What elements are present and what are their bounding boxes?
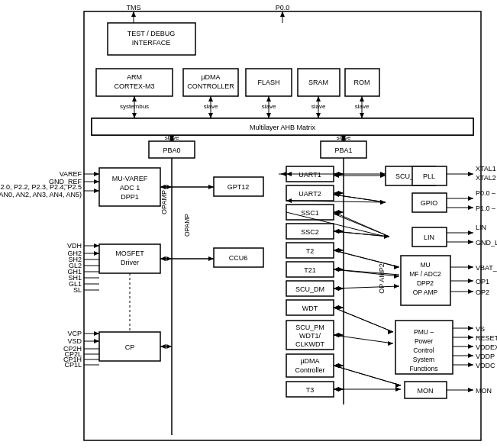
svg-marker-281: [380, 200, 386, 205]
svg-text:VAREF: VAREF: [60, 170, 82, 178]
svg-text:MU: MU: [420, 261, 430, 269]
svg-text:ADC 1: ADC 1: [120, 184, 140, 192]
svg-marker-231: [468, 289, 473, 294]
svg-text:MU-VAREF: MU-VAREF: [112, 175, 148, 182]
svg-marker-155: [338, 191, 344, 195]
svg-text:SSC2: SSC2: [301, 228, 319, 236]
svg-marker-30: [208, 96, 213, 102]
svg-marker-225: [468, 265, 473, 269]
svg-marker-246: [468, 363, 473, 367]
svg-marker-84: [94, 172, 99, 176]
svg-marker-302: [166, 185, 172, 189]
svg-text:VSD: VSD: [67, 337, 82, 345]
svg-marker-249: [468, 388, 473, 392]
svg-text:FLASH: FLASH: [257, 79, 279, 86]
svg-text:(AN0, AN2, AN3, AN4, AN5): (AN0, AN2, AN3, AN4, AN5): [0, 191, 82, 198]
svg-marker-41: [360, 113, 364, 118]
svg-text:VDDC: VDDC: [476, 362, 495, 369]
svg-text:VDH: VDH: [67, 242, 82, 250]
svg-text:OP1: OP1: [476, 278, 489, 285]
svg-text:Driver: Driver: [121, 259, 139, 266]
svg-text:ARM: ARM: [127, 73, 142, 81]
svg-marker-287: [334, 229, 339, 234]
svg-marker-219: [468, 230, 473, 235]
svg-text:CONTROLLER: CONTROLLER: [187, 82, 234, 90]
svg-text:Power: Power: [415, 337, 433, 345]
svg-marker-87: [94, 179, 99, 184]
svg-text:GPT12: GPT12: [228, 183, 250, 191]
svg-text:UART2: UART2: [299, 190, 321, 198]
svg-marker-243: [468, 353, 473, 358]
svg-marker-274: [388, 341, 393, 346]
svg-text:OP AMP: OP AMP: [413, 288, 438, 296]
svg-marker-209: [468, 172, 473, 176]
svg-text:CORTEX-M3: CORTEX-M3: [115, 82, 155, 90]
svg-marker-167: [338, 267, 344, 272]
svg-text:SL: SL: [73, 286, 82, 294]
svg-text:OPAMP: OPAMP: [160, 190, 168, 214]
svg-text:RESET: RESET: [476, 334, 497, 342]
svg-text:Multilayer AHB Matrix: Multilayer AHB Matrix: [250, 124, 316, 131]
svg-line-286: [334, 231, 389, 237]
svg-marker-279: [334, 387, 339, 392]
svg-marker-173: [338, 305, 344, 310]
svg-text:Control: Control: [413, 346, 434, 354]
svg-line-283: [334, 214, 389, 237]
svg-marker-112: [94, 331, 99, 336]
svg-text:PMU –: PMU –: [414, 328, 434, 336]
svg-text:µDMA: µDMA: [300, 357, 319, 365]
svg-text:ROM: ROM: [354, 79, 370, 86]
svg-text:MON: MON: [418, 387, 434, 395]
svg-text:T21: T21: [304, 266, 316, 274]
svg-marker-2: [131, 11, 136, 17]
svg-line-294: [334, 308, 393, 332]
svg-text:µDMA: µDMA: [201, 73, 220, 81]
svg-text:LIN: LIN: [476, 224, 486, 231]
svg-marker-270: [394, 284, 399, 288]
svg-marker-29: [208, 113, 213, 118]
svg-marker-295: [388, 330, 393, 334]
svg-marker-234: [468, 326, 473, 330]
svg-text:MON: MON: [476, 387, 492, 395]
svg-text:P0.0 – P0.4: P0.0 – P0.4: [476, 189, 497, 197]
svg-marker-33: [266, 113, 271, 118]
svg-marker-305: [166, 256, 172, 261]
svg-text:PLL: PLL: [423, 172, 435, 180]
svg-text:Functions: Functions: [410, 365, 438, 372]
svg-marker-299: [334, 363, 339, 368]
svg-text:TEST / DEBUG: TEST / DEBUG: [127, 30, 175, 37]
svg-text:SCU_DM: SCU_DM: [295, 285, 324, 293]
svg-text:DPP2: DPP2: [417, 279, 434, 287]
svg-text:VCP: VCP: [67, 330, 82, 337]
svg-text:T3: T3: [306, 386, 315, 394]
svg-text:P0.0: P0.0: [276, 4, 290, 11]
svg-marker-275: [334, 333, 339, 337]
svg-marker-38: [316, 96, 321, 102]
svg-text:XTAL1: XTAL1: [476, 165, 496, 172]
svg-text:VS: VS: [476, 325, 485, 333]
svg-marker-293: [334, 267, 339, 272]
svg-text:VDDP: VDDP: [476, 353, 495, 360]
svg-marker-240: [468, 344, 473, 349]
svg-marker-278: [395, 387, 401, 392]
svg-text:SRAM: SRAM: [308, 79, 328, 86]
svg-marker-253: [281, 172, 286, 176]
svg-text:P2.0, P2.2, P2.3, P2.4, P2.5: P2.0, P2.2, P2.3, P2.4, P2.5: [0, 183, 82, 191]
svg-line-257: [286, 201, 386, 202]
svg-marker-90: [94, 189, 99, 193]
svg-line-280: [334, 195, 386, 202]
svg-text:CP: CP: [125, 343, 135, 351]
svg-marker-115: [94, 339, 99, 343]
svg-text:T2: T2: [306, 247, 315, 255]
svg-marker-24: [132, 113, 137, 118]
svg-text:PBA0: PBA0: [163, 147, 180, 154]
svg-text:UART1: UART1: [299, 171, 321, 179]
svg-text:OPAMP: OPAMP: [183, 214, 191, 237]
svg-text:GND_LIN: GND_LIN: [476, 239, 497, 247]
svg-text:OP AMP2: OP AMP2: [378, 263, 386, 293]
svg-marker-158: [338, 210, 344, 214]
svg-text:VBAT_SENSE: VBAT_SENSE: [476, 264, 497, 272]
svg-text:MOSFET: MOSFET: [115, 250, 144, 257]
svg-marker-26: [132, 96, 137, 102]
svg-marker-301: [160, 185, 166, 189]
